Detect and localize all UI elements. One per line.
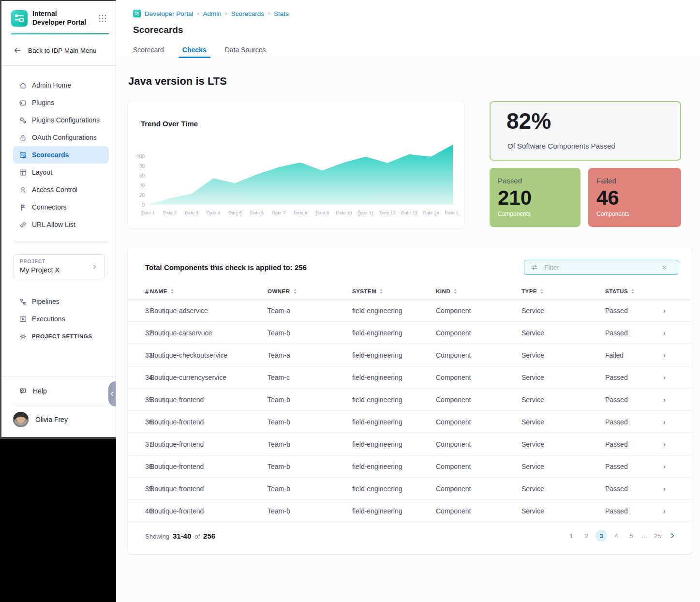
sidebar-item-plugins[interactable]: Plugins [13,94,109,111]
cell-system: field-engineering [352,433,435,455]
table-row[interactable]: 31.Boutique-adserviceTeam-afield-enginee… [128,300,692,322]
sidebar-item-oauth-configurations[interactable]: OAuth Configurations [13,129,109,146]
filter-input[interactable] [543,263,661,272]
cell-kind: Component [435,455,521,478]
connector-icon [19,203,27,211]
breadcrumb-separator: › [197,10,199,17]
table-row[interactable]: 36.Boutique-frontendTeam-bfield-engineer… [128,411,692,433]
table-row[interactable]: 40.Boutique-frontendTeam-bfield-engineer… [128,500,692,522]
pagination-page-4[interactable]: 4 [611,530,622,542]
sidebar-item-layout[interactable]: Layout [13,164,109,181]
sidebar-item-access-control[interactable]: Access Control [13,181,109,198]
pass-rate-card: 82% Of Software Components Passed [490,101,681,161]
cell-status: Passed [605,366,663,389]
svg-text:100: 100 [136,154,145,159]
back-label: Back to IDP Main Menu [28,47,97,54]
pagination-page-3[interactable]: 3 [596,530,607,542]
link-icon [19,221,27,229]
table-row[interactable]: 39.Boutique-frontendTeam-bfield-engineer… [128,478,692,500]
column-header-name[interactable]: NAME [149,284,267,300]
passed-card: Passed 210 Components [490,168,581,227]
cell-name: Boutique-frontend [149,455,267,478]
breadcrumb-item-stats[interactable]: Stats [274,10,289,17]
lock-icon [19,134,27,142]
breadcrumb-item-developer-portal[interactable]: Developer Portal [145,10,194,17]
breadcrumb-item-admin[interactable]: Admin [203,10,222,17]
showing-of: of [194,533,200,540]
help-button[interactable]: Help [1,377,116,404]
table-row[interactable]: 32.Boutique-carservuceTeam-bfield-engine… [128,322,692,344]
idp-logo-icon [11,10,28,27]
pagination-next[interactable] [667,530,678,542]
sidebar-item-url-allow-list[interactable]: URL Allow List [13,216,109,233]
pagination-page-2[interactable]: 2 [581,530,592,542]
sidebar-item-label: Access Control [32,186,77,194]
cell-owner: Team-b [267,411,352,433]
back-to-main-menu-link[interactable]: Back to IDP Main Menu [1,34,116,66]
cell-type: Service [521,500,605,522]
cell-status: Passed [605,322,663,344]
svg-text:Date 15: Date 15 [445,210,459,215]
sidebar-item-pipelines[interactable]: Pipelines [13,293,109,310]
cell-kind: Component [435,344,521,366]
table-body: 31.Boutique-adserviceTeam-afield-enginee… [128,300,692,522]
user-menu[interactable]: Olivia Frey [1,404,116,437]
user-name: Olivia Frey [35,416,68,423]
chat-icon [19,387,27,395]
pagination-page-25[interactable]: 25 [652,530,663,542]
cell-kind: Component [435,300,521,322]
pass-rate-value: 82% [506,108,551,134]
cell-status: Passed [605,500,663,522]
cell-name: Boutique-frontend [149,433,267,455]
cell-type: Service [521,322,605,344]
cell-kind: Component [435,322,521,344]
project-label: PROJECT [20,259,91,264]
close-icon[interactable] [661,264,668,271]
table-row[interactable]: 34.Boutique-currencyserviceTeam-cfield-e… [128,366,692,389]
project-selector[interactable]: PROJECT My Project X [14,254,105,279]
table-row[interactable]: 37.Boutique-frontendTeam-bfield-engineer… [128,433,692,455]
row-chevron-icon: › [663,366,692,389]
sidebar-nav: Admin HomePluginsPlugins ConfigurationsO… [1,66,116,241]
cell-owner: Team-b [267,322,352,344]
table-row[interactable]: 33.Boutique-checkoutserviceTeam-afield-e… [128,344,692,366]
breadcrumb-item-scorecards[interactable]: Scorecards [231,10,264,17]
sidebar-item-connectors[interactable]: Connectors [13,198,109,216]
cell-status: Passed [605,455,663,478]
project-nav: PipelinesExecutionsPROJECT SETTINGS [1,279,116,345]
sidebar-item-admin-home[interactable]: Admin Home [13,76,109,94]
scorecard-icon [19,151,27,159]
sidebar-item-project-settings[interactable]: PROJECT SETTINGS [13,328,109,345]
column-label: # [145,288,149,295]
cell-system: field-engineering [352,455,435,478]
pagination-page-5[interactable]: 5 [626,530,637,542]
app-grid-icon[interactable] [96,12,109,25]
cell-type: Service [521,478,605,500]
column-header-kind[interactable]: KIND [435,284,521,300]
sidebar-item-label: Executions [32,315,65,323]
table-row[interactable]: 35.Boutique-frontendTeam-bfield-engineer… [128,389,692,411]
column-header-type[interactable]: TYPE [521,284,605,300]
table-row[interactable]: 38.Boutique-frontendTeam-bfield-engineer… [128,455,692,478]
sidebar-item-scorecards[interactable]: Scorecards [13,146,109,164]
cell-type: Service [521,433,605,455]
column-header-owner[interactable]: OWNER [267,284,352,300]
svg-text:Date 9: Date 9 [315,210,329,215]
sidebar-collapse-handle[interactable] [108,381,116,406]
sidebar-bottom: Help Olivia Frey [1,376,116,437]
cell-status: Passed [605,300,663,322]
components-table-card: Total Components this check is applied t… [128,247,692,554]
column-header-system[interactable]: SYSTEM [352,284,435,300]
app-title-line1: Internal [32,10,57,17]
column-header-status[interactable]: STATUS [605,284,663,300]
sidebar-item-executions[interactable]: Executions [13,310,109,328]
svg-text:Date 7: Date 7 [272,210,285,215]
sort-icon [379,288,383,294]
sidebar-item-plugins-configurations[interactable]: Plugins Configurations [13,111,109,129]
sidebar-item-label: OAuth Configurations [32,134,97,141]
cell-system: field-engineering [352,344,435,366]
sidebar-item-label: Plugins [32,99,54,106]
column-label: SYSTEM [352,288,376,294]
failed-count: 46 [596,187,681,209]
pagination-page-1[interactable]: 1 [566,530,577,542]
